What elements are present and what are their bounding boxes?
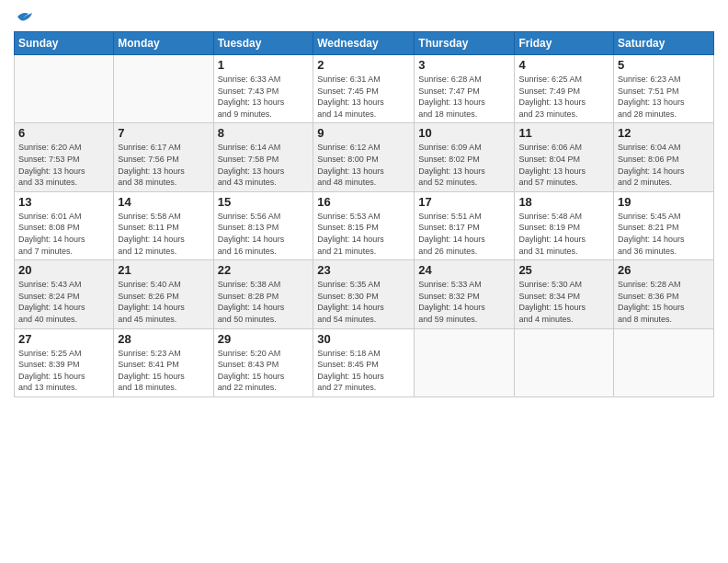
calendar-cell: 9Sunrise: 6:12 AM Sunset: 8:00 PM Daylig…	[313, 123, 415, 191]
day-number: 18	[518, 195, 609, 209]
day-info: Sunrise: 5:18 AM Sunset: 8:45 PM Dayligh…	[317, 348, 410, 394]
day-number: 1	[218, 58, 310, 72]
calendar-cell: 28Sunrise: 5:23 AM Sunset: 8:41 PM Dayli…	[114, 328, 213, 396]
day-info: Sunrise: 6:09 AM Sunset: 8:02 PM Dayligh…	[418, 142, 510, 188]
day-info: Sunrise: 5:48 AM Sunset: 8:19 PM Dayligh…	[518, 211, 609, 257]
calendar-cell	[614, 328, 714, 396]
calendar-cell: 6Sunrise: 6:20 AM Sunset: 7:53 PM Daylig…	[15, 123, 114, 191]
calendar-cell: 7Sunrise: 6:17 AM Sunset: 7:56 PM Daylig…	[114, 123, 213, 191]
header	[14, 9, 714, 24]
day-info: Sunrise: 5:28 AM Sunset: 8:36 PM Dayligh…	[618, 279, 710, 325]
day-number: 3	[418, 58, 510, 72]
day-info: Sunrise: 6:12 AM Sunset: 8:00 PM Dayligh…	[317, 142, 410, 188]
day-number: 13	[18, 195, 109, 209]
calendar-week-4: 20Sunrise: 5:43 AM Sunset: 8:24 PM Dayli…	[15, 260, 714, 328]
day-info: Sunrise: 5:38 AM Sunset: 8:28 PM Dayligh…	[218, 279, 310, 325]
day-number: 22	[218, 263, 310, 277]
calendar-cell: 15Sunrise: 5:56 AM Sunset: 8:13 PM Dayli…	[213, 191, 313, 259]
calendar-week-2: 6Sunrise: 6:20 AM Sunset: 7:53 PM Daylig…	[15, 123, 714, 191]
day-info: Sunrise: 5:45 AM Sunset: 8:21 PM Dayligh…	[618, 211, 710, 257]
day-info: Sunrise: 6:17 AM Sunset: 7:56 PM Dayligh…	[118, 142, 209, 188]
logo-bird-icon	[16, 9, 34, 24]
calendar-cell: 24Sunrise: 5:33 AM Sunset: 8:32 PM Dayli…	[415, 260, 515, 328]
day-number: 2	[317, 58, 410, 72]
day-info: Sunrise: 5:20 AM Sunset: 8:43 PM Dayligh…	[218, 348, 310, 394]
day-number: 30	[317, 332, 410, 346]
calendar-cell: 16Sunrise: 5:53 AM Sunset: 8:15 PM Dayli…	[313, 191, 415, 259]
calendar-header-sunday: Sunday	[15, 32, 114, 55]
calendar-cell: 29Sunrise: 5:20 AM Sunset: 8:43 PM Dayli…	[213, 328, 313, 396]
day-info: Sunrise: 5:33 AM Sunset: 8:32 PM Dayligh…	[418, 279, 510, 325]
day-number: 14	[118, 195, 209, 209]
day-info: Sunrise: 5:56 AM Sunset: 8:13 PM Dayligh…	[218, 211, 310, 257]
calendar-cell: 22Sunrise: 5:38 AM Sunset: 8:28 PM Dayli…	[213, 260, 313, 328]
calendar-week-5: 27Sunrise: 5:25 AM Sunset: 8:39 PM Dayli…	[15, 328, 714, 396]
day-info: Sunrise: 5:51 AM Sunset: 8:17 PM Dayligh…	[418, 211, 510, 257]
day-info: Sunrise: 6:14 AM Sunset: 7:58 PM Dayligh…	[218, 142, 310, 188]
day-info: Sunrise: 6:33 AM Sunset: 7:43 PM Dayligh…	[218, 74, 310, 120]
calendar-cell: 30Sunrise: 5:18 AM Sunset: 8:45 PM Dayli…	[313, 328, 415, 396]
day-info: Sunrise: 6:06 AM Sunset: 8:04 PM Dayligh…	[518, 142, 609, 188]
day-number: 10	[418, 126, 510, 140]
calendar-cell	[114, 55, 213, 123]
calendar-week-3: 13Sunrise: 6:01 AM Sunset: 8:08 PM Dayli…	[15, 191, 714, 259]
day-number: 12	[618, 126, 710, 140]
day-number: 25	[518, 263, 609, 277]
calendar-cell: 12Sunrise: 6:04 AM Sunset: 8:06 PM Dayli…	[614, 123, 714, 191]
day-info: Sunrise: 6:23 AM Sunset: 7:51 PM Dayligh…	[618, 74, 710, 120]
calendar-cell: 4Sunrise: 6:25 AM Sunset: 7:49 PM Daylig…	[515, 55, 614, 123]
calendar-header-row: SundayMondayTuesdayWednesdayThursdayFrid…	[15, 32, 714, 55]
day-info: Sunrise: 6:01 AM Sunset: 8:08 PM Dayligh…	[18, 211, 109, 257]
calendar-cell: 3Sunrise: 6:28 AM Sunset: 7:47 PM Daylig…	[415, 55, 515, 123]
calendar-cell: 25Sunrise: 5:30 AM Sunset: 8:34 PM Dayli…	[515, 260, 614, 328]
calendar-cell	[415, 328, 515, 396]
day-info: Sunrise: 5:25 AM Sunset: 8:39 PM Dayligh…	[18, 348, 109, 394]
day-number: 5	[618, 58, 710, 72]
day-number: 23	[317, 263, 410, 277]
day-info: Sunrise: 5:23 AM Sunset: 8:41 PM Dayligh…	[118, 348, 209, 394]
day-info: Sunrise: 6:04 AM Sunset: 8:06 PM Dayligh…	[618, 142, 710, 188]
day-info: Sunrise: 5:43 AM Sunset: 8:24 PM Dayligh…	[18, 279, 109, 325]
calendar-header-monday: Monday	[114, 32, 213, 55]
day-number: 15	[218, 195, 310, 209]
day-number: 7	[118, 126, 209, 140]
calendar-cell: 5Sunrise: 6:23 AM Sunset: 7:51 PM Daylig…	[614, 55, 714, 123]
day-number: 29	[218, 332, 310, 346]
calendar-week-1: 1Sunrise: 6:33 AM Sunset: 7:43 PM Daylig…	[15, 55, 714, 123]
day-info: Sunrise: 5:35 AM Sunset: 8:30 PM Dayligh…	[317, 279, 410, 325]
day-number: 28	[118, 332, 209, 346]
calendar-cell: 13Sunrise: 6:01 AM Sunset: 8:08 PM Dayli…	[15, 191, 114, 259]
calendar: SundayMondayTuesdayWednesdayThursdayFrid…	[14, 31, 714, 397]
calendar-cell: 14Sunrise: 5:58 AM Sunset: 8:11 PM Dayli…	[114, 191, 213, 259]
calendar-header-saturday: Saturday	[614, 32, 714, 55]
calendar-cell: 18Sunrise: 5:48 AM Sunset: 8:19 PM Dayli…	[515, 191, 614, 259]
calendar-header-tuesday: Tuesday	[213, 32, 313, 55]
day-number: 9	[317, 126, 410, 140]
page: SundayMondayTuesdayWednesdayThursdayFrid…	[0, 0, 728, 563]
day-number: 20	[18, 263, 109, 277]
day-info: Sunrise: 6:31 AM Sunset: 7:45 PM Dayligh…	[317, 74, 410, 120]
day-number: 8	[218, 126, 310, 140]
day-number: 26	[618, 263, 710, 277]
calendar-cell: 17Sunrise: 5:51 AM Sunset: 8:17 PM Dayli…	[415, 191, 515, 259]
calendar-cell	[515, 328, 614, 396]
calendar-cell: 26Sunrise: 5:28 AM Sunset: 8:36 PM Dayli…	[614, 260, 714, 328]
calendar-cell: 8Sunrise: 6:14 AM Sunset: 7:58 PM Daylig…	[213, 123, 313, 191]
calendar-cell: 19Sunrise: 5:45 AM Sunset: 8:21 PM Dayli…	[614, 191, 714, 259]
day-number: 11	[518, 126, 609, 140]
day-number: 27	[18, 332, 109, 346]
day-number: 19	[618, 195, 710, 209]
day-info: Sunrise: 5:40 AM Sunset: 8:26 PM Dayligh…	[118, 279, 209, 325]
calendar-header-friday: Friday	[515, 32, 614, 55]
calendar-cell: 1Sunrise: 6:33 AM Sunset: 7:43 PM Daylig…	[213, 55, 313, 123]
day-info: Sunrise: 6:28 AM Sunset: 7:47 PM Dayligh…	[418, 74, 510, 120]
calendar-cell: 23Sunrise: 5:35 AM Sunset: 8:30 PM Dayli…	[313, 260, 415, 328]
day-info: Sunrise: 5:53 AM Sunset: 8:15 PM Dayligh…	[317, 211, 410, 257]
calendar-header-wednesday: Wednesday	[313, 32, 415, 55]
calendar-cell: 27Sunrise: 5:25 AM Sunset: 8:39 PM Dayli…	[15, 328, 114, 396]
day-number: 17	[418, 195, 510, 209]
day-info: Sunrise: 5:30 AM Sunset: 8:34 PM Dayligh…	[518, 279, 609, 325]
logo	[14, 9, 34, 24]
calendar-cell: 21Sunrise: 5:40 AM Sunset: 8:26 PM Dayli…	[114, 260, 213, 328]
day-number: 21	[118, 263, 209, 277]
